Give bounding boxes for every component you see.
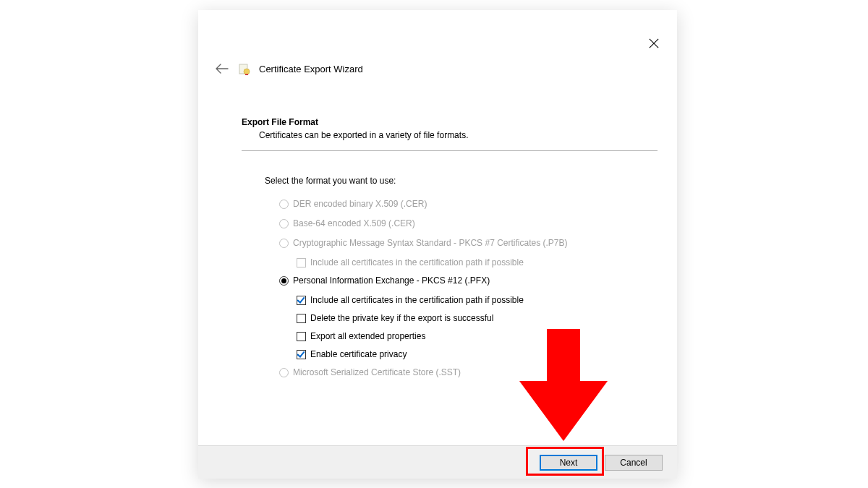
radio-der: DER encoded binary X.509 (.CER): [279, 199, 658, 209]
radio-pfx[interactable]: Personal Information Exchange - PKCS #12…: [279, 275, 658, 286]
check-pfx-delete[interactable]: Delete the private key if the export is …: [297, 313, 658, 323]
radio-input-base64: [279, 219, 289, 228]
checkbox-pkcs7-include: [297, 258, 306, 267]
check-pkcs7-include: Include all certificates in the certific…: [297, 257, 658, 267]
radio-pkcs7: Cryptographic Message Syntax Standard - …: [279, 238, 658, 248]
checkbox-pfx-include[interactable]: [297, 296, 306, 305]
back-arrow-icon: [216, 64, 229, 74]
radio-input-pfx[interactable]: [279, 276, 289, 286]
divider: [242, 150, 658, 151]
check-pfx-privacy[interactable]: Enable certificate privacy: [297, 349, 658, 359]
radio-input-der: [279, 200, 289, 209]
radio-label-pkcs7: Cryptographic Message Syntax Standard - …: [293, 238, 568, 248]
check-label-pfx-export-ext: Export all extended properties: [310, 331, 425, 341]
checkbox-pfx-privacy[interactable]: [297, 350, 306, 359]
close-icon: [649, 38, 659, 48]
header-row: Certificate Export Wizard: [214, 61, 363, 77]
radio-label-pfx: Personal Information Exchange - PKCS #12…: [293, 275, 490, 286]
check-label-pfx-privacy: Enable certificate privacy: [310, 349, 407, 359]
back-button[interactable]: [214, 61, 230, 77]
radio-label-base64: Base-64 encoded X.509 (.CER): [293, 218, 415, 228]
checkbox-pfx-delete[interactable]: [297, 314, 306, 323]
radio-label-der: DER encoded binary X.509 (.CER): [293, 199, 427, 209]
format-options: DER encoded binary X.509 (.CER) Base-64 …: [279, 199, 658, 377]
svg-point-3: [244, 69, 250, 74]
close-button[interactable]: [645, 35, 663, 52]
radio-label-sst: Microsoft Serialized Certificate Store (…: [293, 367, 461, 377]
wizard-window: Certificate Export Wizard Export File Fo…: [198, 10, 677, 479]
check-label-pfx-include: Include all certificates in the certific…: [310, 295, 524, 305]
select-prompt: Select the format you want to use:: [265, 176, 658, 186]
radio-input-pkcs7: [279, 239, 289, 248]
footer-bar: Next Cancel: [198, 445, 677, 479]
check-label-pfx-delete: Delete the private key if the export is …: [310, 313, 493, 323]
check-label-pkcs7-include: Include all certificates in the certific…: [310, 257, 524, 267]
section-title: Export File Format: [242, 117, 658, 127]
next-button[interactable]: Next: [540, 455, 597, 471]
check-pfx-include[interactable]: Include all certificates in the certific…: [297, 295, 658, 305]
section-description: Certificates can be exported in a variet…: [259, 130, 658, 140]
main-content: Export File Format Certificates can be e…: [242, 117, 658, 387]
radio-base64: Base-64 encoded X.509 (.CER): [279, 218, 658, 228]
checkbox-pfx-export-ext[interactable]: [297, 332, 306, 341]
certificate-icon: [237, 61, 252, 76]
radio-input-sst: [279, 368, 289, 377]
radio-sst: Microsoft Serialized Certificate Store (…: [279, 367, 658, 377]
cancel-button[interactable]: Cancel: [605, 455, 663, 471]
check-pfx-export-ext[interactable]: Export all extended properties: [297, 331, 658, 341]
wizard-title: Certificate Export Wizard: [259, 64, 363, 74]
